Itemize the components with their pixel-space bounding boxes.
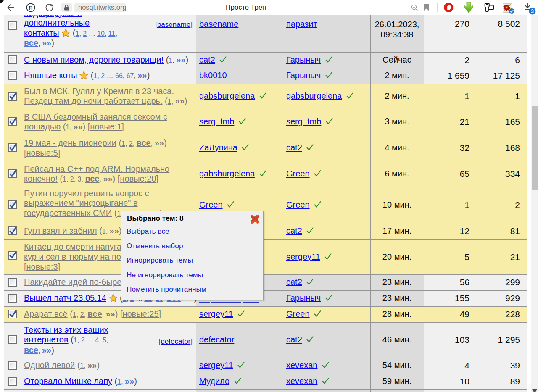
svg-text:Я: Я — [29, 5, 33, 11]
svg-text:3: 3 — [531, 8, 534, 14]
